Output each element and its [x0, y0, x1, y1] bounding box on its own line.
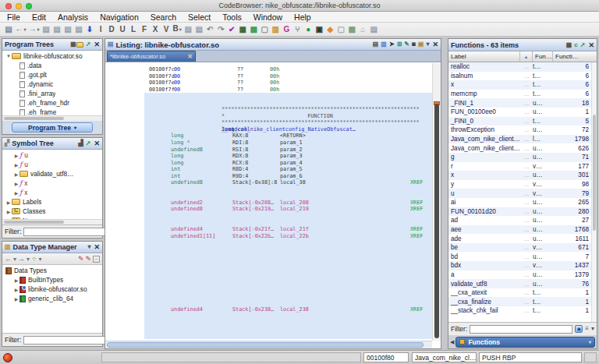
nav-forward-icon[interactable]: → — [29, 23, 40, 36]
listing-line[interactable]: undefined4 Stack[-0x21f… local_21f XREF — [144, 226, 432, 233]
dtm-filter-input[interactable] — [23, 336, 114, 345]
function-graph-icon[interactable]: G — [282, 23, 291, 36]
listing-line[interactable] — [144, 266, 432, 273]
listing-line[interactable] — [144, 320, 432, 327]
listing-line[interactable]: undefined8 Stack[-0x38]:8 local_38 XREF — [144, 179, 432, 186]
cursor-location-icon[interactable]: ➤ — [389, 39, 395, 50]
menu-item[interactable]: Tools — [222, 12, 242, 22]
menu-item[interactable]: Search — [151, 12, 176, 22]
minimize-window-button[interactable] — [16, 3, 22, 9]
close-panel-icon[interactable]: ✕ — [94, 140, 100, 147]
expand-arrow-icon[interactable]: ▶ — [5, 209, 12, 214]
program-tree-section-row[interactable]: .eh_frame_hdr — [2, 98, 102, 108]
program-tree-section-row[interactable]: .eh_frame — [2, 108, 102, 115]
nav-back-icon[interactable]: ← — [16, 23, 27, 36]
close-tab-icon[interactable]: ✕ — [187, 53, 193, 60]
zoom-window-button[interactable] — [26, 3, 32, 9]
preview-icon[interactable]: ⁘ — [31, 255, 37, 263]
letter-button-D[interactable]: D — [108, 23, 116, 36]
listing-line[interactable]: long RAX:8 <RETURN> — [144, 133, 432, 140]
function-row[interactable]: Java_com_nike_client… … l… 1798 — [448, 135, 591, 144]
column-filter-icon[interactable]: ≡ — [585, 323, 589, 334]
listing-line[interactable]: undefined8 Stack[-0x219… local_219 XREF — [144, 206, 432, 213]
function-row[interactable]: __cxa_atexit … t… 1 — [448, 288, 591, 298]
function-row[interactable]: be … v… 671 — [448, 243, 591, 253]
bytes-viewer-icon[interactable]: ▣ — [315, 23, 324, 36]
clipboard-icon-1[interactable]: ▤ — [184, 23, 193, 36]
function-row[interactable]: ade … u… 1611 — [448, 234, 591, 243]
column-header-size[interactable]: Functi… — [553, 51, 597, 62]
listing-vscrollbar[interactable] — [432, 63, 441, 341]
function-row[interactable]: _FINI_0 … t… 5 — [448, 117, 591, 126]
validate-icon[interactable]: ✔ — [228, 23, 236, 36]
diamond-icon[interactable]: ◆ — [326, 23, 335, 36]
compiler-icon[interactable]: c — [574, 40, 577, 51]
symbol-tree-hscrollbar[interactable] — [2, 219, 102, 224]
function-row[interactable]: r … v… 177 — [448, 162, 591, 171]
function-row[interactable]: x … t… 6 — [448, 80, 591, 90]
dtm-root-row[interactable]: Data Types — [2, 266, 102, 275]
previous-type-icon[interactable]: ← — [5, 255, 12, 263]
memory-map-icon[interactable]: ▥ — [271, 23, 280, 36]
close-window-button[interactable] — [5, 3, 12, 9]
snapshot-icon[interactable]: ▣ — [418, 39, 424, 50]
listing-line[interactable]: * FUNCTION — [144, 113, 432, 120]
expand-arrow-icon[interactable]: ▶ — [13, 190, 19, 196]
function-row[interactable]: y … v… 98 — [448, 180, 591, 189]
table-icon[interactable]: ▦ — [239, 23, 247, 36]
letter-button-L[interactable]: L — [129, 23, 138, 36]
letter-button-F[interactable]: F — [140, 23, 149, 36]
function-row[interactable]: bd … u… 7 — [448, 252, 591, 261]
function-row[interactable]: u … v… 79 — [448, 189, 591, 198]
symbol-tree-row[interactable]: ▶ Labels — [2, 197, 102, 207]
listing-line[interactable] — [144, 333, 432, 340]
filter-options-icon[interactable]: ◉ — [575, 325, 583, 333]
listing-line[interactable] — [144, 239, 432, 246]
dropdown-icon[interactable]: ▾ — [426, 39, 429, 50]
hierarchy-icon[interactable]: ⌂ — [359, 23, 367, 36]
function-row[interactable]: bdx … v… 1437 — [448, 261, 591, 270]
column-header-function[interactable]: Fun… — [533, 51, 553, 62]
call-tree-icon[interactable]: ⑂ — [293, 23, 302, 36]
filter-pointers-icon[interactable]: ✎ — [85, 255, 91, 263]
listing-line[interactable]: 00100f7e 00 ?? 00h — [144, 80, 432, 87]
function-row[interactable]: FUN_00101d20 … u… 280 — [448, 207, 591, 217]
listing-line[interactable]: long RDX:8 param_3 — [144, 153, 432, 160]
menu-item[interactable]: Window — [253, 12, 282, 22]
menu-item[interactable]: File — [7, 12, 20, 22]
listing-line[interactable] — [144, 100, 432, 107]
function-row[interactable]: validate_utf8 … u… 76 — [448, 279, 591, 288]
ghidra-dragon-icon[interactable] — [3, 353, 12, 362]
paste-icon-3[interactable]: ▤ — [75, 23, 83, 36]
function-row[interactable]: ai … u… 265 — [448, 198, 591, 207]
function-row[interactable]: _FINI_1 … u… 18 — [448, 98, 591, 108]
functions-vscroll-thumb[interactable] — [593, 115, 596, 231]
listing-line[interactable] — [144, 293, 432, 300]
listing-line[interactable] — [144, 313, 432, 320]
letter-button-X[interactable]: X — [151, 23, 160, 36]
symbol-tree-row[interactable]: ▶ validate_utf8… — [2, 169, 102, 178]
listing-line[interactable]: undefined1[11] Stack[-0x22b… local_22b X… — [144, 233, 432, 240]
listing-line[interactable] — [144, 280, 432, 287]
filter-arrays-icon[interactable]: ✎ — [78, 255, 84, 263]
function-row[interactable]: Java_com_nike_client… … u… 626 — [448, 143, 591, 153]
program-tree-section-row[interactable]: .data — [2, 61, 102, 70]
column-header-label[interactable]: Label — [448, 51, 520, 62]
window-icon[interactable]: ▢ — [261, 23, 269, 36]
symbol-tree-row[interactable]: ▶ ƒ u — [2, 160, 102, 169]
functions-filter-input[interactable] — [470, 325, 572, 334]
copy-icon[interactable]: ▤ — [42, 23, 51, 36]
paste-icon[interactable]: ▥ — [381, 39, 387, 50]
diff-view-icon[interactable]: ⊞ — [397, 39, 402, 50]
menu-item[interactable]: Navigation — [100, 12, 139, 22]
tab-scroll-left-icon[interactable]: ◀ — [450, 339, 454, 345]
menu-item[interactable]: Help — [294, 12, 311, 22]
close-panel-icon[interactable]: ✕ — [432, 41, 438, 48]
save-icon[interactable]: ▤ — [5, 23, 13, 36]
listing-line[interactable]: int R8D:4 param_5 — [144, 166, 432, 173]
listing-line[interactable] — [144, 299, 432, 306]
listing-hscrollbar[interactable] — [105, 341, 432, 348]
listing-line[interactable] — [144, 286, 432, 293]
listing-line[interactable] — [144, 93, 432, 100]
expand-arrow-icon[interactable]: ▶ — [13, 171, 19, 177]
